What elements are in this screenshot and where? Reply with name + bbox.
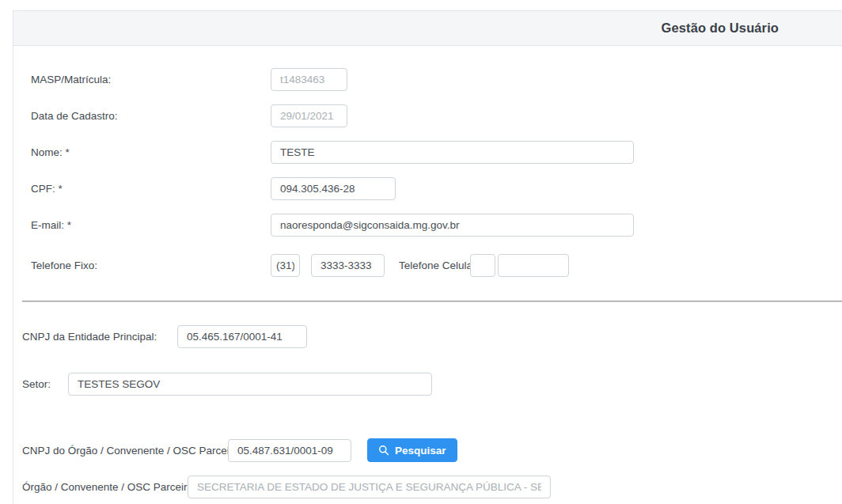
cnpj-orgao-input[interactable] [228,439,351,462]
data-cadastro-label: Data de Cadastro: [31,104,118,127]
email-label: E-mail: * [31,214,71,237]
setor-label: Setor: [22,373,51,396]
telefone-fixo-label: Telefone Fixo: [31,254,97,277]
panel-header: Gestão do Usuário [13,11,842,46]
telefone-fixo-ddd-input[interactable] [271,254,300,277]
masp-input [271,68,347,91]
section-divider [22,301,842,302]
data-cadastro-input [271,104,347,127]
user-management-panel: Gestão do Usuário MASP/Matrícula: Data d… [13,10,842,504]
masp-label: MASP/Matrícula: [31,68,111,91]
nome-label: Nome: * [31,141,70,164]
cpf-label: CPF: * [31,177,63,200]
telefone-fixo-numero-input[interactable] [311,254,385,277]
pesquisar-button[interactable]: Pesquisar [367,438,457,462]
telefone-celular-numero-input[interactable] [498,254,569,277]
setor-input[interactable] [68,373,432,396]
page-title: Gestão do Usuário [662,21,779,36]
orgao-input [188,476,551,498]
telefone-celular-ddd-input[interactable] [470,254,495,277]
search-icon [378,445,389,456]
orgao-label: Órgão / Convenente / OSC Parceira: [22,476,196,498]
cnpj-entidade-label: CNPJ da Entidade Principal: [22,325,157,348]
nome-input[interactable] [271,141,634,164]
pesquisar-button-label: Pesquisar [395,445,446,457]
cpf-input[interactable] [271,177,396,200]
cnpj-orgao-label: CNPJ do Órgão / Convenente / OSC Parceir… [22,439,242,462]
telefone-celular-label: Telefone Celular: [399,254,479,277]
cnpj-entidade-input[interactable] [177,325,307,348]
email-field[interactable] [271,214,634,237]
